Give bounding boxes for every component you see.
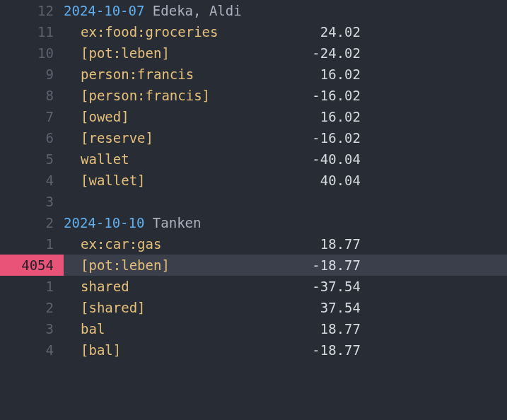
line-number: 4: [0, 339, 64, 361]
line-number: 3: [0, 191, 64, 212]
line-number: 1: [0, 276, 64, 297]
line-content: wallet-40.04: [64, 148, 507, 170]
line-content: 2024-10-07 Edeka, Aldi: [64, 0, 507, 21]
posting-amount: -16.02: [247, 85, 361, 106]
line-content: [pot:leben]-18.77: [64, 255, 507, 276]
editor-line[interactable]: 3bal18.77: [0, 318, 507, 339]
posting-account: [wallet]: [64, 170, 247, 191]
posting-account: wallet: [64, 148, 247, 170]
posting-account: [reserve]: [64, 127, 247, 148]
posting-amount: 18.77: [247, 318, 361, 339]
posting-account: [owed]: [64, 106, 247, 127]
line-number: 5: [0, 148, 64, 170]
line-content: [reserve]-16.02: [64, 127, 507, 148]
line-content: bal18.77: [64, 318, 507, 339]
editor-line[interactable]: 6[reserve]-16.02: [0, 127, 507, 148]
posting-amount: -18.77: [247, 255, 361, 276]
editor-line[interactable]: 10[pot:leben]-24.02: [0, 42, 507, 64]
posting-account: [shared]: [64, 297, 247, 318]
line-number: 6: [0, 127, 64, 148]
line-number: 2: [0, 212, 64, 233]
editor-line[interactable]: 3: [0, 191, 507, 212]
transaction-date: 2024-10-07: [64, 3, 144, 18]
posting-amount: -18.77: [247, 339, 361, 361]
line-number: 3: [0, 318, 64, 339]
editor-line[interactable]: 4[bal]-18.77: [0, 339, 507, 361]
editor-line[interactable]: 2[shared]37.54: [0, 297, 507, 318]
editor-line[interactable]: 9person:francis16.02: [0, 64, 507, 85]
posting-amount: 16.02: [247, 64, 361, 85]
line-content: [shared]37.54: [64, 297, 507, 318]
line-number: 8: [0, 85, 64, 106]
transaction-date: 2024-10-10: [64, 215, 144, 231]
editor-line[interactable]: 5wallet-40.04: [0, 148, 507, 170]
line-number: 2: [0, 297, 64, 318]
line-content: 2024-10-10 Tanken: [64, 212, 507, 233]
posting-amount: 24.02: [247, 21, 361, 42]
line-number: 4054: [0, 255, 64, 276]
line-content: [bal]-18.77: [64, 339, 507, 361]
editor-line[interactable]: 1shared-37.54: [0, 276, 507, 297]
posting-amount: -37.54: [247, 276, 361, 297]
line-content: ex:car:gas18.77: [64, 233, 507, 255]
transaction-description: Edeka, Aldi: [153, 3, 242, 18]
editor[interactable]: 122024-10-07 Edeka, Aldi11ex:food:grocer…: [0, 0, 507, 361]
editor-line[interactable]: 8[person:francis]-16.02: [0, 85, 507, 106]
line-number: 7: [0, 106, 64, 127]
posting-amount: 40.04: [247, 170, 361, 191]
line-number: 1: [0, 233, 64, 255]
posting-account: [person:francis]: [64, 85, 247, 106]
posting-account: [pot:leben]: [64, 42, 247, 64]
editor-line[interactable]: 122024-10-07 Edeka, Aldi: [0, 0, 507, 21]
editor-line[interactable]: 1ex:car:gas18.77: [0, 233, 507, 255]
editor-line[interactable]: 11ex:food:groceries24.02: [0, 21, 507, 42]
line-content: shared-37.54: [64, 276, 507, 297]
transaction-description: Tanken: [153, 215, 202, 231]
line-number: 9: [0, 64, 64, 85]
line-number: 4: [0, 170, 64, 191]
posting-account: bal: [64, 318, 247, 339]
line-content: [pot:leben]-24.02: [64, 42, 507, 64]
editor-line[interactable]: 7[owed]16.02: [0, 106, 507, 127]
posting-account: shared: [64, 276, 247, 297]
line-number: 11: [0, 21, 64, 42]
posting-amount: 37.54: [247, 297, 361, 318]
posting-amount: 16.02: [247, 106, 361, 127]
editor-line[interactable]: 4054[pot:leben]-18.77: [0, 255, 507, 276]
posting-account: person:francis: [64, 64, 247, 85]
posting-account: ex:food:groceries: [64, 21, 247, 42]
posting-amount: -24.02: [247, 42, 361, 64]
posting-account: [bal]: [64, 339, 247, 361]
line-content: [person:francis]-16.02: [64, 85, 507, 106]
posting-account: [pot:leben]: [64, 255, 247, 276]
line-content: [wallet]40.04: [64, 170, 507, 191]
line-number: 12: [0, 0, 64, 21]
line-content: person:francis16.02: [64, 64, 507, 85]
posting-amount: 18.77: [247, 233, 361, 255]
line-number: 10: [0, 42, 64, 64]
posting-account: ex:car:gas: [64, 233, 247, 255]
line-content: [owed]16.02: [64, 106, 507, 127]
line-content: ex:food:groceries24.02: [64, 21, 507, 42]
posting-amount: -16.02: [247, 127, 361, 148]
posting-amount: -40.04: [247, 148, 361, 170]
editor-line[interactable]: 22024-10-10 Tanken: [0, 212, 507, 233]
editor-line[interactable]: 4[wallet]40.04: [0, 170, 507, 191]
